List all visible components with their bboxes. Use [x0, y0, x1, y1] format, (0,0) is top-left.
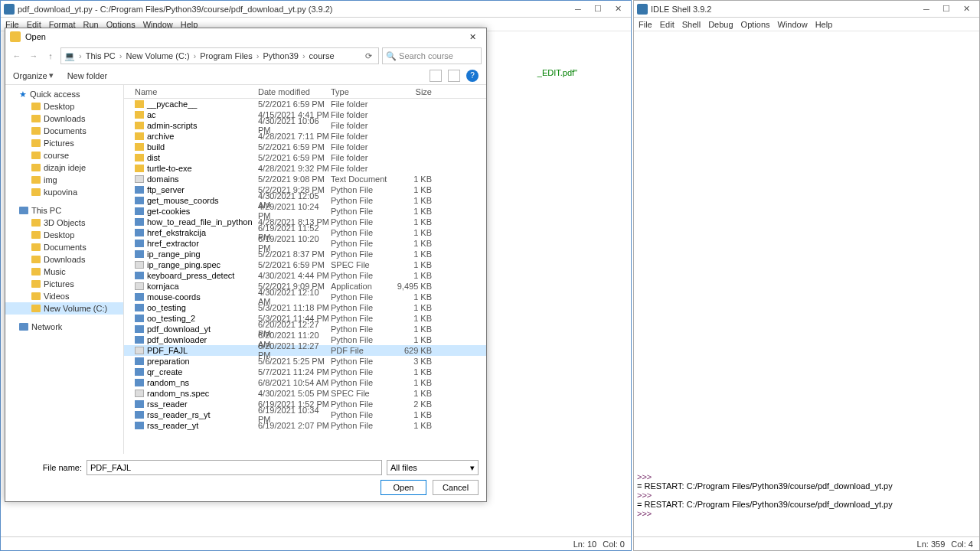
folder-icon	[31, 139, 41, 147]
crumb-thispc[interactable]: This PC	[86, 51, 116, 60]
python-icon	[637, 4, 648, 15]
new-folder-button[interactable]: New folder	[67, 71, 108, 80]
back-button[interactable]: ←	[10, 49, 24, 63]
cancel-button[interactable]: Cancel	[433, 480, 479, 495]
file-row[interactable]: rss_reader_rs_yt6/19/2021 10:34 PMPython…	[124, 409, 486, 420]
file-row[interactable]: mouse-coords4/30/2021 12:10 AMPython Fil…	[124, 292, 486, 302]
file-icon	[135, 132, 144, 140]
file-row[interactable]: oo_testing5/3/2021 11:18 PMPython File1 …	[124, 302, 486, 313]
sidebar-item[interactable]: Downloads	[5, 112, 123, 125]
menu-help[interactable]: Help	[815, 20, 833, 29]
file-icon	[135, 122, 144, 129]
sidebar-item[interactable]: Downloads	[5, 253, 123, 266]
sidebar-item[interactable]: Documents	[5, 241, 123, 253]
file-row[interactable]: random_ns.spec4/30/2021 5:05 PMSPEC File…	[124, 388, 486, 399]
crumb-drive[interactable]: New Volume (C:)	[126, 51, 189, 60]
filename-input[interactable]	[87, 460, 382, 475]
close-button[interactable]: ✕	[956, 2, 976, 16]
crumb-python39[interactable]: Python39	[263, 51, 298, 60]
col-date[interactable]: Date modified	[258, 87, 331, 96]
organize-dropdown-icon[interactable]: ▾	[49, 70, 54, 80]
sidebar-item[interactable]: kupovina	[5, 186, 123, 198]
menu-debug[interactable]: Debug	[708, 20, 733, 29]
sidebar-item[interactable]: course	[5, 149, 123, 161]
sidebar-item[interactable]: New Volume (C:)	[5, 302, 123, 315]
file-row[interactable]: __pycache__5/2/2021 6:59 PMFile folder	[124, 99, 486, 109]
view-button[interactable]	[430, 70, 442, 82]
file-row[interactable]: domains5/2/2021 9:08 PMText Document1 KB	[124, 174, 486, 184]
col-type[interactable]: Type	[331, 87, 392, 96]
file-row[interactable]: dist5/2/2021 6:59 PMFile folder	[124, 152, 486, 163]
dialog-sidebar: ★Quick access DesktopDownloadsDocumentsP…	[5, 85, 124, 454]
minimize-button[interactable]: ─	[916, 2, 936, 16]
file-row[interactable]: turtle-to-exe4/28/2021 9:32 PMFile folde…	[124, 163, 486, 174]
sidebar-item[interactable]: Documents	[5, 125, 123, 137]
sidebar-item[interactable]: Pictures	[5, 278, 123, 290]
file-row[interactable]: build5/2/2021 6:59 PMFile folder	[124, 142, 486, 152]
sidebar-item[interactable]: dizajn ideje	[5, 161, 123, 174]
sidebar-item[interactable]: Music	[5, 266, 123, 278]
up-button[interactable]: ↑	[44, 49, 57, 63]
network[interactable]: Network	[5, 321, 123, 333]
refresh-button[interactable]: ⟳	[362, 51, 375, 61]
organize-button[interactable]: Organize	[13, 71, 47, 80]
file-row[interactable]: admin-scripts4/30/2021 10:06 PMFile fold…	[124, 120, 486, 131]
dialog-titlebar[interactable]: Open ✕	[5, 28, 486, 45]
maximize-button[interactable]: ☐	[936, 2, 956, 16]
file-row[interactable]: archive4/28/2021 7:11 PMFile folder	[124, 131, 486, 142]
crumb-course[interactable]: course	[309, 51, 335, 60]
shell-titlebar[interactable]: IDLE Shell 3.9.2 ─ ☐ ✕	[634, 1, 979, 18]
file-row[interactable]: ip_range_ping.spec5/2/2021 6:59 PMSPEC F…	[124, 259, 486, 270]
shell-statusbar: Ln: 359 Col: 4	[634, 536, 979, 550]
file-row[interactable]: href_extractor6/19/2021 10:20 PMPython F…	[124, 238, 486, 249]
menu-shell[interactable]: Shell	[682, 20, 701, 29]
file-icon	[135, 100, 144, 108]
file-icon	[135, 250, 144, 258]
file-row[interactable]: ip_range_ping5/2/2021 8:37 PMPython File…	[124, 249, 486, 259]
help-button[interactable]: ?	[466, 70, 479, 82]
editor-titlebar[interactable]: pdf_download_yt.py - C:/Program Files/Py…	[1, 1, 631, 18]
status-col: Col: 4	[951, 540, 973, 549]
quick-access[interactable]: ★Quick access	[5, 88, 123, 100]
breadcrumb[interactable]: 💻 ›This PC ›New Volume (C:) ›Program Fil…	[60, 47, 379, 64]
file-row[interactable]: PDF_FAJL6/20/2021 12:27 PMPDF File629 KB	[124, 345, 486, 356]
file-icon	[135, 197, 144, 204]
minimize-button[interactable]: ─	[568, 2, 588, 16]
menu-window[interactable]: Window	[778, 20, 808, 29]
sidebar-item[interactable]: Desktop	[5, 229, 123, 241]
sidebar-item[interactable]: Pictures	[5, 137, 123, 149]
dialog-close-button[interactable]: ✕	[463, 32, 482, 42]
preview-button[interactable]	[448, 70, 460, 82]
search-placeholder: Search course	[399, 51, 453, 60]
status-ln: Ln: 359	[917, 540, 946, 549]
close-button[interactable]: ✕	[608, 2, 628, 16]
folder-icon	[31, 268, 41, 276]
menu-edit[interactable]: Edit	[660, 20, 675, 29]
sidebar-item[interactable]: Videos	[5, 290, 123, 302]
chevron-down-icon: ▾	[470, 463, 475, 473]
sidebar-item[interactable]: img	[5, 174, 123, 186]
open-button[interactable]: Open	[381, 480, 426, 495]
col-name[interactable]: Name	[124, 87, 258, 96]
search-input[interactable]: 🔍 Search course	[382, 47, 482, 64]
filetype-select[interactable]: All files▾	[387, 460, 479, 475]
crumb-programfiles[interactable]: Program Files	[200, 51, 252, 60]
shell-body[interactable]: >>> = RESTART: C:/Program Files/Python39…	[634, 31, 979, 536]
forward-button[interactable]: →	[27, 49, 41, 63]
file-row[interactable]: preparation5/6/2021 5:25 PMPython File3 …	[124, 356, 486, 367]
column-headers[interactable]: Name Date modified Type Size	[124, 85, 486, 99]
menu-options[interactable]: Options	[741, 20, 770, 29]
file-row[interactable]: random_ns6/8/2021 10:54 AMPython File1 K…	[124, 377, 486, 388]
editor-title: pdf_download_yt.py - C:/Program Files/Py…	[18, 5, 568, 14]
sidebar-item[interactable]: 3D Objects	[5, 217, 123, 229]
maximize-button[interactable]: ☐	[588, 2, 608, 16]
this-pc[interactable]: This PC	[5, 204, 123, 217]
file-row[interactable]: get-cookies4/29/2021 10:24 PMPython File…	[124, 206, 486, 217]
file-row[interactable]: qr_create5/7/2021 11:24 PMPython File1 K…	[124, 367, 486, 377]
file-row[interactable]: keyboard_press_detect4/30/2021 4:44 PMPy…	[124, 270, 486, 281]
menu-file[interactable]: File	[639, 20, 652, 29]
file-icon	[135, 390, 144, 397]
sidebar-item[interactable]: Desktop	[5, 100, 123, 112]
file-row[interactable]: rss_reader_yt6/19/2021 2:07 PMPython Fil…	[124, 420, 486, 431]
col-size[interactable]: Size	[392, 87, 438, 96]
